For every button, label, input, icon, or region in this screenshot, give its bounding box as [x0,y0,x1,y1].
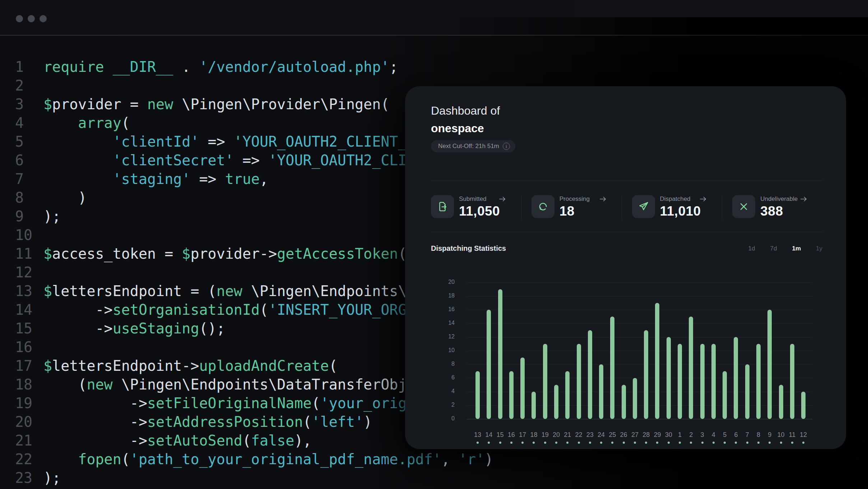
x-tick-dot-icon [634,442,636,444]
cutoff-badge: Next Cut-Off: 21h 51m i [431,140,515,152]
code-line: 22 fopen('path_to_your_original_pdf_name… [15,450,493,469]
x-tick-dot-icon [780,442,782,444]
chart-bar[interactable] [801,392,806,419]
stat-label: Dispatched [660,195,691,203]
x-tick-dot-icon [656,442,658,444]
organisation-name: onespace [431,122,484,135]
y-tick-label: 2 [405,402,455,408]
chart-bar[interactable] [767,310,772,419]
code-token: access_token [52,245,156,262]
refresh-icon [532,195,554,218]
code-token: ( [303,414,311,430]
chart-bar[interactable] [644,330,648,419]
code-token: setAddressPosition [147,414,303,430]
chart-bar[interactable] [790,344,794,419]
chart-bar[interactable] [779,385,783,419]
cutoff-badge-label: Next Cut-Off: 21h 51m [438,143,499,150]
line-number: 21 [15,431,43,450]
chart-bar[interactable] [667,337,671,419]
code-line: 23); [15,469,493,487]
line-number: 4 [15,114,43,132]
chart-bar[interactable] [622,385,626,419]
code-token: => [190,171,225,187]
y-tick-label: 8 [405,361,455,367]
code-token: useStaging [113,320,199,337]
stat-processing[interactable]: Processing18 [521,195,622,220]
chart-bar[interactable] [588,330,592,419]
chart-bar[interactable] [723,371,727,419]
code-token: , [260,171,268,187]
chart-bar[interactable] [700,344,705,419]
chart-bar[interactable] [655,303,659,419]
chart-bar[interactable] [610,317,614,419]
stat-submitted[interactable]: Submitted11,050 [431,195,521,220]
x-tick-dot-icon [791,442,793,444]
code-token: setAutoSend [147,432,242,449]
code-token: uploadAndCreate [199,357,329,374]
line-number: 10 [15,226,43,244]
arrow-right-icon [700,196,707,202]
code-token: ( [260,301,268,318]
line-number: 8 [15,188,43,207]
chart-bar[interactable] [745,364,749,419]
line-number: 14 [15,300,43,319]
range-1m[interactable]: 1m [792,245,801,252]
chart-bar[interactable] [734,337,738,419]
code-token: => [199,133,233,150]
stat-label: Undeliverable [760,195,798,203]
line-number: 17 [15,356,43,375]
window-dot-icon[interactable] [16,15,23,22]
chart-bar[interactable] [711,344,716,419]
code-token: 'YOUR_OAUTH2_CLIENT_ [234,133,407,150]
chart-bar[interactable] [509,371,514,419]
stat-undeliverable[interactable]: Undeliverable388 [722,195,822,220]
chart-header-row: Dispatching Statistics 1d7d1m1y [431,244,822,253]
chart-bar[interactable] [565,371,570,419]
x-tick-dot-icon [757,442,760,444]
x-tick-dot-icon [510,442,512,444]
file-export-icon [431,195,454,218]
arrow-right-icon [599,196,607,202]
x-tick-dot-icon [802,442,804,444]
range-1y[interactable]: 1y [816,245,822,252]
divider [431,181,822,181]
chart-bar[interactable] [756,344,761,419]
x-tick-dot-icon [712,442,715,444]
code-token: , [441,451,459,467]
code-token: \Pingen\Endpoints\DataTransferObj [113,376,407,393]
x-tick-dot-icon [701,442,704,444]
chart-bar[interactable] [532,392,536,419]
code-token: 'left' [312,414,364,430]
chart-bar[interactable] [599,364,603,419]
code-token: 'r' [459,451,484,467]
range-7d[interactable]: 7d [770,245,777,252]
code-token: $ [43,357,52,374]
chart-bar[interactable] [543,344,547,419]
chart-bar[interactable] [678,344,682,419]
code-token: '/vendor/autoload.php' [199,59,390,75]
code-token: lettersEndpoint [52,283,182,299]
stat-dispatched[interactable]: Dispatched11,010 [622,195,722,220]
chart-bar[interactable] [520,357,525,419]
window-dot-icon[interactable] [40,15,47,22]
window-controls[interactable] [16,15,47,22]
chart-bar[interactable] [554,385,558,419]
chart-bar[interactable] [689,317,693,419]
chart-bar[interactable] [577,344,581,419]
range-1d[interactable]: 1d [748,245,755,252]
window-dot-icon[interactable] [28,15,35,22]
info-icon[interactable]: i [503,143,510,150]
code-token: ) [484,451,493,467]
x-tick-dot-icon [521,442,524,444]
dashboard-panel: Dashboard of onespace Next Cut-Off: 21h … [405,86,846,449]
chart-bar[interactable] [498,289,502,419]
code-token [43,133,113,150]
chart-bar[interactable] [633,378,637,419]
chart-bar[interactable] [475,371,480,419]
code-token: \Pingen\Endpoints\ [242,283,407,299]
x-tick-dot-icon [746,442,748,444]
x-tick-dot-icon [623,442,625,444]
chart-bar[interactable] [487,310,491,419]
gridline [467,419,812,419]
code-token: ( [121,451,130,467]
